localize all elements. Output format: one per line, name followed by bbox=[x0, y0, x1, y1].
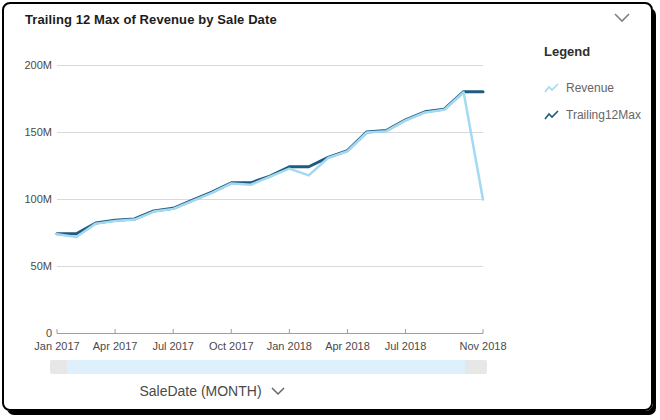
legend-item-label: Revenue bbox=[566, 81, 614, 95]
line-chart[interactable]: 050M100M150M200MJan 2017Apr 2017Jul 2017… bbox=[0, 0, 520, 358]
x-tick-label: Apr 2017 bbox=[93, 340, 138, 352]
legend-line-icon bbox=[544, 110, 559, 121]
legend-items: RevenueTrailing12Max bbox=[544, 81, 652, 122]
x-tick-label: Jul 2018 bbox=[385, 340, 427, 352]
legend-item-revenue[interactable]: Revenue bbox=[544, 81, 652, 95]
y-tick-label: 0 bbox=[46, 327, 52, 339]
legend-item-label: Trailing12Max bbox=[566, 108, 641, 122]
revenue-line bbox=[57, 92, 483, 237]
x-tick-label: Nov 2018 bbox=[459, 340, 506, 352]
trailing12max-line bbox=[57, 92, 483, 234]
x-tick-label: Jul 2017 bbox=[152, 340, 194, 352]
collapse-chevron-icon[interactable] bbox=[611, 9, 633, 27]
y-tick-label: 100M bbox=[24, 193, 52, 205]
legend-item-trailing12max[interactable]: Trailing12Max bbox=[544, 108, 652, 122]
legend-line-icon bbox=[544, 83, 559, 94]
legend-title: Legend bbox=[544, 44, 652, 59]
saledate-field-label: SaleDate (MONTH) bbox=[139, 383, 261, 399]
saledate-field-control[interactable]: SaleDate (MONTH) bbox=[0, 381, 424, 401]
x-axis-range-slider[interactable] bbox=[50, 360, 487, 374]
slider-left-handle[interactable] bbox=[50, 360, 67, 374]
chevron-down-icon bbox=[614, 13, 630, 23]
slider-right-handle[interactable] bbox=[465, 360, 487, 374]
chevron-down-icon bbox=[271, 387, 285, 396]
x-tick-label: Jan 2017 bbox=[34, 340, 79, 352]
legend: Legend RevenueTrailing12Max bbox=[544, 44, 652, 135]
y-tick-label: 150M bbox=[24, 126, 52, 138]
x-tick-label: Apr 2018 bbox=[325, 340, 370, 352]
y-tick-label: 200M bbox=[24, 59, 52, 71]
x-tick-label: Jan 2018 bbox=[267, 340, 312, 352]
y-tick-label: 50M bbox=[31, 260, 52, 272]
x-tick-label: Oct 2017 bbox=[209, 340, 254, 352]
slider-track[interactable] bbox=[67, 360, 465, 374]
